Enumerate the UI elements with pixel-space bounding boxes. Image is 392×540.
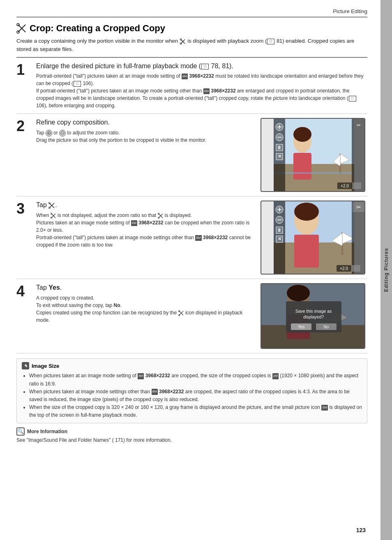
svg-point-17 — [293, 127, 311, 142]
intro-text: Create a copy containing only the portio… — [16, 37, 367, 58]
svg-point-53 — [294, 203, 319, 221]
mode-icon-2: 8M — [203, 88, 210, 94]
more-info-heading: More Information — [27, 429, 67, 434]
step-3-heading: Tap . — [36, 201, 256, 210]
note-size-icon: 2M — [272, 373, 279, 379]
svg-rect-36 — [352, 182, 361, 189]
ref-icon-106a: □ — [74, 81, 81, 87]
step-4-text: Tap Yes. A cropped copy is created. To e… — [36, 283, 256, 323]
svg-rect-32 — [352, 119, 365, 192]
step-1-number: 1 — [16, 62, 33, 109]
crop-when-icon — [51, 213, 56, 219]
sidebar-tab: Editing Pictures — [380, 0, 392, 540]
crop-scissors-icon — [16, 23, 27, 34]
page-title: Picture Editing — [333, 8, 367, 14]
step-1-heading: Enlarge the desired picture in full-fram… — [36, 62, 367, 71]
step-2-body: Refine copy composition. Tap or to adjus… — [33, 118, 367, 192]
step-2-number: 2 — [16, 118, 33, 192]
step-2: 2 Refine copy composition. Tap or to adj… — [16, 118, 367, 196]
svg-rect-72 — [351, 265, 360, 272]
svg-text:displayed?: displayed? — [303, 314, 324, 319]
mode-icon: 8M — [182, 74, 188, 79]
svg-rect-52 — [294, 235, 319, 268]
step-3: 3 Tap . When — [16, 201, 367, 279]
camera-screen-2: 🗑 ✕ ✂ ×2.0 — [261, 118, 365, 192]
step-2-heading: Refine copy composition. — [36, 118, 256, 127]
zoom-out-icon — [59, 130, 66, 136]
step-3-number: 3 — [16, 201, 33, 275]
svg-text:✂: ✂ — [356, 204, 361, 210]
ref-icon-78: □ — [201, 64, 209, 69]
section-title: Crop: Creating a Cropped Copy — [16, 23, 367, 34]
info-search-icon: 🔍 — [16, 427, 25, 436]
note-pencil-icon: ✎ — [22, 362, 29, 369]
section-heading: Crop: Creating a Cropped Copy — [30, 23, 165, 34]
step-4-number: 4 — [16, 283, 33, 349]
ref-icon: □ — [267, 39, 274, 44]
mode-icon-4: 8M — [195, 235, 201, 241]
step-3-layout: Tap . When — [36, 201, 367, 275]
svg-text:×2.0: ×2.0 — [340, 266, 348, 271]
step-1-body: Enlarge the desired picture in full-fram… — [33, 62, 367, 109]
crop-so-icon — [158, 213, 164, 219]
camera-screen-4: Save this image as displayed? Yes No — [261, 283, 365, 349]
step-4-heading: Tap Yes. — [36, 283, 256, 292]
step-4-body: Tap Yes. A cropped copy is created. To e… — [33, 283, 367, 349]
scene-svg-2: 🗑 ✕ ✂ ×2.0 — [261, 119, 365, 192]
page-number: 123 — [356, 527, 366, 533]
svg-text:🗑: 🗑 — [277, 145, 281, 150]
step-3-body: Tap . When — [33, 201, 367, 275]
svg-text:Yes: Yes — [298, 325, 304, 329]
svg-text:🗑: 🗑 — [277, 228, 281, 232]
yes-label: Yes — [48, 284, 60, 291]
svg-rect-21 — [274, 172, 354, 174]
step-3-desc: When is not displayed, adjust the zoom r… — [36, 212, 256, 249]
step-4-layout: Tap Yes. A cropped copy is created. To e… — [36, 283, 367, 349]
step-2-image: 🗑 ✕ ✂ ×2.0 — [261, 118, 367, 192]
svg-text:Save this image as: Save this image as — [295, 309, 332, 314]
note-list: When pictures taken at an image mode set… — [22, 372, 362, 419]
svg-text:×2.0: ×2.0 — [341, 184, 349, 188]
step-2-desc: Tap or to adjust the zoom ratio. Drag th… — [36, 129, 256, 144]
svg-text:✕: ✕ — [278, 154, 281, 159]
svg-rect-16 — [293, 153, 311, 180]
svg-text:✂: ✂ — [357, 122, 361, 128]
svg-rect-67 — [352, 201, 365, 275]
note-item-1: When pictures taken at an image mode set… — [29, 372, 362, 388]
page: Picture Editing Crop: Creating a Cropped… — [0, 0, 392, 540]
note-title: ✎ Image Size — [22, 362, 362, 369]
mode-icon-3: 8M — [131, 220, 137, 226]
step-3-image: 🗑 ✕ ✂ ×2.0 — [261, 201, 367, 275]
svg-text:✕: ✕ — [278, 236, 281, 241]
image-size-note: ✎ Image Size When pictures taken at an i… — [16, 358, 367, 423]
crop-inline-icon — [180, 38, 186, 45]
scene-svg-4: Save this image as displayed? Yes No — [261, 284, 365, 349]
note-small-pic-icon: SM — [321, 405, 328, 411]
note-item-2: When pictures taken at image mode settin… — [29, 388, 362, 404]
step-4: 4 Tap Yes. A cropped copy is created. To… — [16, 283, 367, 353]
note-mode-icon-1: 8M — [138, 373, 144, 379]
step-2-layout: Refine copy composition. Tap or to adjus… — [36, 118, 367, 192]
header-line: Picture Editing — [16, 8, 367, 17]
step-4-desc: A cropped copy is created. To exit witho… — [36, 294, 256, 324]
step-4-image: Save this image as displayed? Yes No — [261, 283, 367, 349]
camera-screen-3: 🗑 ✕ ✂ ×2.0 — [261, 201, 365, 275]
crop-recognized-icon — [178, 310, 184, 316]
note-mode-icon-2: 8M — [152, 389, 158, 395]
scene-svg-3: 🗑 ✕ ✂ ×2.0 — [261, 201, 365, 275]
more-info: 🔍 More Information See "Image/Sound File… — [16, 427, 367, 443]
more-info-title: 🔍 More Information — [16, 427, 367, 436]
more-info-text: See "Image/Sound File and Folder Names" … — [16, 437, 367, 443]
sidebar-label: Editing Pictures — [383, 248, 389, 292]
note-heading: Image Size — [32, 363, 59, 369]
note-item-3: When the size of the cropped copy is 320… — [29, 404, 362, 419]
step-2-text: Refine copy composition. Tap or to adjus… — [36, 118, 256, 143]
crop-tap-icon — [48, 202, 55, 209]
step-1-desc: Portrait-oriented ("tall") pictures take… — [36, 72, 367, 109]
ref-icon-106b: □ — [349, 96, 356, 102]
step-4-desc1: A cropped copy is created. — [36, 295, 94, 301]
step-3-text: Tap . When — [36, 201, 256, 248]
zoom-in-icon — [46, 130, 52, 136]
step-1: 1 Enlarge the desired picture in full-fr… — [16, 62, 367, 114]
svg-text:No: No — [324, 325, 329, 329]
